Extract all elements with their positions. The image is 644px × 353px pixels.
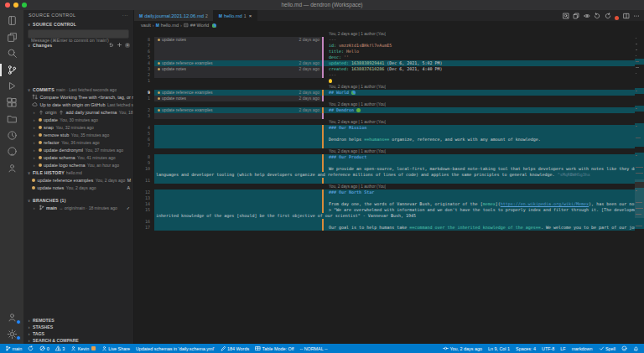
blame-gutter[interactable] bbox=[154, 195, 324, 201]
file-history-row[interactable]: update notesYou, 2 days agoA bbox=[23, 184, 133, 191]
plus-icon[interactable] bbox=[117, 42, 122, 48]
code-line-row[interactable]: 7 bbox=[134, 143, 644, 148]
code-line-row[interactable]: 5 bbox=[134, 131, 644, 137]
code-line-row[interactable]: 2--- bbox=[134, 72, 644, 78]
commit-row[interactable]: ›snapYou, 32 minutes ago bbox=[23, 123, 133, 131]
blame-gutter[interactable] bbox=[154, 43, 324, 49]
commit-row[interactable]: ›updateYou, 30 minutes ago bbox=[23, 116, 133, 123]
sidebar-section-search-compare[interactable]: ›SEARCH & COMPARE bbox=[23, 337, 133, 344]
code-line[interactable]: Dendron helps ==humans== organize, refer… bbox=[324, 137, 644, 143]
commit-row[interactable]: ›remove stubYou, 35 minutes ago bbox=[23, 131, 133, 138]
code-line-row[interactable]: 6title: Hello bbox=[134, 49, 644, 55]
editor-content[interactable]: You, 2 days ago | 1 author (You)8update … bbox=[134, 29, 644, 344]
code-line[interactable]: From day one, the words of Vannevar Bush… bbox=[324, 201, 644, 207]
code-line[interactable]: desc: '' bbox=[324, 55, 644, 60]
status-item-markdown[interactable]: markdown bbox=[572, 345, 593, 351]
code-line[interactable]: ### Our Mission bbox=[324, 125, 644, 131]
code-line-row[interactable]: 9 bbox=[134, 160, 644, 166]
blame-gutter[interactable] bbox=[154, 78, 324, 84]
minimap-slider[interactable] bbox=[635, 179, 644, 218]
commit-row[interactable]: ›originadd daily journal schemaYou, 18 m… bbox=[23, 108, 133, 116]
blame-gutter[interactable] bbox=[154, 166, 324, 172]
code-line[interactable]: --- bbox=[324, 72, 644, 78]
blame-gutter[interactable] bbox=[154, 225, 324, 231]
code-line-row[interactable]: 4### Our Mission bbox=[134, 125, 644, 131]
commit-row[interactable]: ›refactorYou, 36 minutes ago bbox=[23, 138, 133, 146]
code-line[interactable]: updated: 1638838929441 (Dec 6, 2021, 5:0… bbox=[324, 60, 644, 66]
minimize-window-button[interactable] bbox=[13, 3, 18, 8]
code-line-row[interactable]: 11 bbox=[134, 178, 644, 184]
code-line[interactable] bbox=[324, 96, 644, 101]
status-item-lf[interactable]: LF bbox=[560, 345, 565, 351]
code-line-row[interactable]: 16 bbox=[134, 219, 644, 225]
files-icon[interactable] bbox=[0, 29, 23, 46]
extensions-icon[interactable] bbox=[0, 95, 23, 112]
blame-gutter[interactable]: update notes2 days ago bbox=[154, 37, 324, 43]
code-lens-row[interactable]: You, 2 days ago | 1 author (You) bbox=[134, 184, 644, 189]
code-line[interactable] bbox=[324, 178, 644, 184]
tab-hello.md[interactable]: Mhello.md1× bbox=[214, 10, 257, 21]
code-line-row[interactable]: 14From day one, the words of Vannevar Bu… bbox=[134, 201, 644, 207]
branch-row[interactable]: ›main↔ origin/main · 18 minutes ago✓ bbox=[23, 204, 133, 211]
code-line[interactable]: Our goal is to help humans take ==comman… bbox=[324, 225, 644, 231]
live-share-icon[interactable] bbox=[0, 160, 23, 177]
debug-icon[interactable] bbox=[0, 78, 23, 95]
zoom-window-button[interactable] bbox=[22, 3, 27, 8]
code-line-row[interactable]: 4update reference examples2 days agoupda… bbox=[134, 60, 644, 66]
commits-section-header[interactable]: ∨ COMMITS main · Last fetched seconds ag… bbox=[23, 86, 133, 93]
minimap[interactable] bbox=[635, 29, 644, 344]
status-item-utf-8[interactable]: UTF-8 bbox=[542, 345, 554, 351]
search-icon[interactable] bbox=[0, 45, 23, 62]
status-item-kevin[interactable]: Kevin bbox=[70, 345, 96, 351]
commit-row[interactable]: ›update schemaYou, 41 minutes ago bbox=[23, 153, 133, 161]
blame-gutter[interactable] bbox=[154, 49, 324, 55]
blame-gutter[interactable] bbox=[154, 137, 324, 143]
blame-gutter[interactable]: update reference examples2 days ago bbox=[154, 60, 324, 66]
code-line-row[interactable]: 9update reference examples2 days ago## W… bbox=[134, 90, 644, 96]
commit-row[interactable]: ›update dendronymlYou, 37 minutes ago bbox=[23, 146, 133, 153]
code-line-row[interactable]: 8### Our Product bbox=[134, 154, 644, 160]
file-history-section-header[interactable]: ∨ FILE HISTORY hello.md bbox=[23, 169, 133, 176]
commit-action-row[interactable]: Compare Working Tree with <branch, tag, … bbox=[23, 93, 133, 101]
blame-gutter[interactable] bbox=[154, 219, 324, 225]
blame-gutter[interactable] bbox=[154, 189, 324, 195]
github-icon[interactable] bbox=[0, 143, 23, 160]
status-item-main[interactable]: main bbox=[5, 345, 22, 351]
code-line[interactable]: --- bbox=[324, 37, 644, 43]
code-line[interactable]: ### Our North Star bbox=[324, 189, 644, 195]
code-line[interactable]: title: Hello bbox=[324, 49, 644, 55]
status-item-live-share[interactable]: Live Share bbox=[101, 345, 130, 351]
accounts-icon[interactable] bbox=[0, 309, 23, 326]
blame-gutter[interactable]: update notes2 days ago bbox=[154, 66, 324, 72]
status-item-feedback-icon[interactable] bbox=[621, 345, 627, 351]
code-line[interactable]: ## World bbox=[324, 90, 644, 96]
status-item-ln-9-col-1[interactable]: Ln 9, Col 1 bbox=[488, 345, 510, 351]
code-line-row[interactable]: 8update notes2 days ago--- bbox=[134, 37, 644, 43]
code-line[interactable] bbox=[324, 195, 644, 201]
blame-gutter[interactable]: update reference examples2 days ago bbox=[154, 107, 324, 113]
status-item-sync-icon[interactable] bbox=[28, 345, 34, 351]
status-item-184-words[interactable]: 184 Words bbox=[221, 345, 249, 351]
code-line-row[interactable]: 15> "We are overwhelmed with information… bbox=[134, 207, 644, 213]
code-line-wrapped[interactable]: languages and developer tooling (which h… bbox=[154, 172, 644, 178]
sidebar-section-tags[interactable]: ›TAGS bbox=[23, 330, 133, 337]
lightbulb-icon[interactable] bbox=[329, 79, 332, 83]
eye-icon[interactable] bbox=[584, 13, 590, 19]
code-line[interactable]: ## Dendron bbox=[324, 107, 644, 113]
status-item-bell-icon[interactable] bbox=[633, 345, 639, 351]
sidebar-section-stashes[interactable]: ›STASHES bbox=[23, 324, 133, 330]
tab-daily.journal.2021.12.06.md[interactable]: Mdaily.journal.2021.12.06.md2 bbox=[134, 10, 214, 21]
more-actions-icon[interactable]: ··· bbox=[122, 13, 128, 18]
status-item-table-mode-off[interactable]: Table Mode: Off bbox=[255, 345, 293, 351]
close-window-button[interactable] bbox=[5, 3, 10, 8]
code-lens-row[interactable]: You, 2 days ago | 1 author (You) bbox=[134, 84, 644, 90]
commit-row[interactable]: ›update logo schemaYou, an hour ago bbox=[23, 161, 133, 169]
discard-icon[interactable] bbox=[108, 42, 114, 48]
status-item-updated-schemas-in-daily-schema-yml[interactable]: Updated schemas in 'daily.schema.yml' bbox=[136, 346, 215, 351]
breadcrumb[interactable]: vault›Mhello.md›## World bbox=[134, 21, 644, 29]
code-lens-row[interactable]: You, 2 days ago | 1 author (You) bbox=[134, 119, 644, 125]
code-line-row[interactable]: 1 bbox=[134, 78, 644, 84]
code-line[interactable]: ### Our Product bbox=[324, 154, 644, 160]
code-line[interactable] bbox=[324, 131, 644, 137]
blame-gutter[interactable] bbox=[154, 55, 324, 60]
